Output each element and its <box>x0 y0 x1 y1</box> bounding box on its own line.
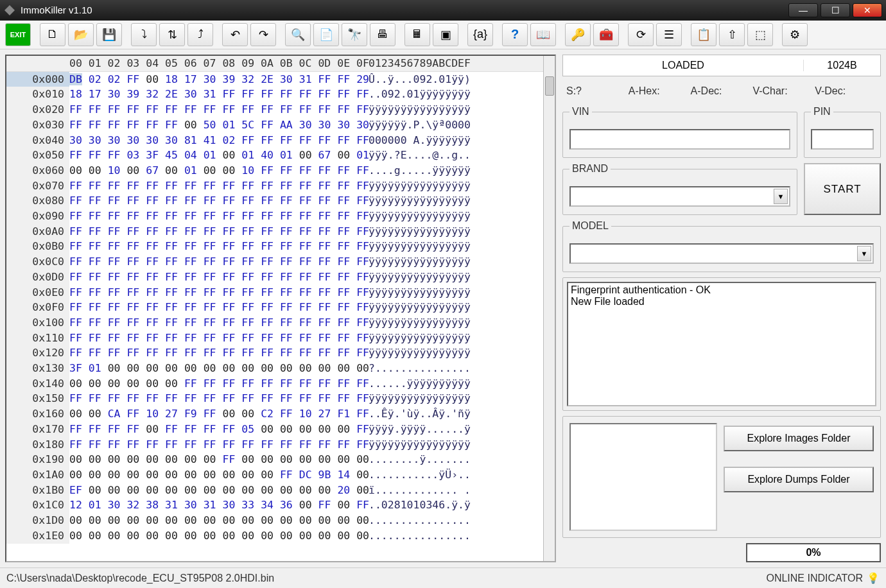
up-icon[interactable]: ⇧ <box>719 23 745 46</box>
close-button[interactable]: ✕ <box>853 3 882 17</box>
hex-bytes[interactable]: FF FF FF FF FF FF FF FF FF FF FF FF FF F… <box>69 239 362 254</box>
chip-icon[interactable]: ▣ <box>433 23 458 46</box>
hex-row[interactable]: 0x1C012 01 30 32 38 31 30 31 30 33 34 36… <box>6 497 555 513</box>
explore-dumps-button[interactable]: Explore Dumps Folder <box>724 467 874 492</box>
hex-row[interactable]: 0x110FF FF FF FF FF FF FF FF FF FF FF FF… <box>6 331 555 346</box>
tools-icon[interactable]: 🧰 <box>593 23 619 46</box>
hex-row[interactable]: 0x1B0EF 00 00 00 00 00 00 00 00 00 00 00… <box>6 483 555 498</box>
open-icon[interactable]: 📂 <box>68 23 94 46</box>
hex-bytes[interactable]: FF FF FF FF FF FF FF FF FF FF FF FF FF F… <box>69 315 362 331</box>
hex-row[interactable]: 0x020FF FF FF FF FF FF FF FF FF FF FF FF… <box>6 102 555 117</box>
chevron-down-icon[interactable]: ▼ <box>774 189 788 204</box>
copy-icon[interactable]: 📋 <box>691 23 717 46</box>
hex-bytes[interactable]: 30 30 30 30 30 30 81 41 02 FF FF FF FF F… <box>69 133 362 148</box>
refresh-icon[interactable]: ⟳ <box>628 23 654 46</box>
hex-row[interactable]: 0x0B0FF FF FF FF FF FF FF FF FF FF FF FF… <box>6 239 555 254</box>
scrollbar-vertical[interactable] <box>543 56 555 561</box>
export-icon[interactable]: ⤴ <box>187 23 213 46</box>
hex-row[interactable]: 0x1A000 00 00 00 00 00 00 00 00 00 00 FF… <box>6 467 555 483</box>
explore-images-button[interactable]: Explore Images Folder <box>724 426 874 451</box>
hex-row[interactable]: 0x19000 00 00 00 00 00 00 00 FF 00 00 00… <box>6 452 555 467</box>
hex-row[interactable]: 0x100FF FF FF FF FF FF FF FF FF FF FF FF… <box>6 315 555 331</box>
hex-row[interactable]: 0x0C0FF FF FF FF FF FF FF FF FF FF FF FF… <box>6 254 555 270</box>
log-output[interactable] <box>567 282 876 406</box>
undo-icon[interactable]: ↶ <box>222 23 248 46</box>
hex-bytes[interactable]: 00 00 00 00 00 00 00 00 00 00 00 00 00 0… <box>69 528 362 544</box>
hex-row[interactable]: 0x0F0FF FF FF FF FF FF FF FF FF FF FF FF… <box>6 300 555 315</box>
brackets-icon[interactable]: {a} <box>467 23 493 46</box>
hex-bytes[interactable]: FF FF FF FF FF FF FF FF FF FF FF FF FF F… <box>69 391 362 406</box>
hex-bytes[interactable]: FF FF FF FF FF FF 00 50 01 5C FF AA 30 3… <box>69 117 362 133</box>
pin-input[interactable] <box>811 129 874 150</box>
hex-bytes[interactable]: FF FF FF FF FF FF FF FF FF FF FF FF FF F… <box>69 285 362 300</box>
help-icon[interactable]: ? <box>502 23 528 46</box>
hex-row[interactable]: 0x000DB 02 02 FF 00 18 17 30 39 32 2E 30… <box>6 72 555 87</box>
import-icon[interactable]: ⤵ <box>131 23 157 46</box>
redo-icon[interactable]: ↷ <box>250 23 276 46</box>
hex-row[interactable]: 0x14000 00 00 00 00 00 FF FF FF FF FF FF… <box>6 376 555 392</box>
scrollbar-thumb[interactable] <box>545 76 554 96</box>
new-icon[interactable]: 🗋 <box>40 23 65 46</box>
hex-bytes[interactable]: FF FF FF FF FF FF FF FF FF FF FF FF FF F… <box>69 193 362 209</box>
module-icon[interactable]: ⚙ <box>782 23 808 46</box>
hex-bytes[interactable]: FF FF FF FF FF FF FF FF FF FF FF FF FF F… <box>69 437 362 453</box>
hex-bytes[interactable]: FF FF FF FF FF FF FF FF FF FF FF FF FF F… <box>69 102 362 117</box>
book-icon[interactable]: 📖 <box>530 23 556 46</box>
hex-bytes[interactable]: 3F 01 00 00 00 00 00 00 00 00 00 00 00 0… <box>69 361 362 376</box>
hex-bytes[interactable]: EF 00 00 00 00 00 00 00 00 00 00 00 00 0… <box>69 483 362 498</box>
hex-bytes[interactable]: 00 00 00 00 00 00 00 00 00 00 00 FF DC 9… <box>69 467 362 483</box>
hex-row[interactable]: 0x06000 00 10 00 67 00 01 00 00 10 FF FF… <box>6 163 555 178</box>
hex-bytes[interactable]: 12 01 30 32 38 31 30 31 30 33 34 36 00 F… <box>69 497 362 513</box>
brand-select[interactable] <box>569 186 790 207</box>
hex-bytes[interactable]: FF FF FF FF 00 FF FF FF FF 05 00 00 00 0… <box>69 422 362 437</box>
hex-bytes[interactable]: 18 17 30 39 32 2E 30 31 FF FF FF FF FF F… <box>69 87 362 102</box>
hex-row[interactable]: 0x030FF FF FF FF FF FF 00 50 01 5C FF AA… <box>6 117 555 133</box>
hex-bytes[interactable]: FF FF FF FF FF FF FF FF FF FF FF FF FF F… <box>69 300 362 315</box>
hex-bytes[interactable]: FF FF FF 03 3F 45 04 01 00 01 40 01 00 6… <box>69 148 362 163</box>
minimize-button[interactable]: — <box>788 3 818 17</box>
hex-row[interactable]: 0x1303F 01 00 00 00 00 00 00 00 00 00 00… <box>6 361 555 376</box>
hex-bytes[interactable]: 00 00 00 00 00 00 00 00 FF 00 00 00 00 0… <box>69 452 362 467</box>
hex-editor[interactable]: 00 01 02 03 04 05 06 07 08 09 0A 0B 0C 0… <box>5 55 556 562</box>
model-select[interactable] <box>569 243 874 264</box>
hex-bytes[interactable]: DB 02 02 FF 00 18 17 30 39 32 2E 30 31 F… <box>69 72 362 87</box>
hex-row[interactable]: 0x050FF FF FF 03 3F 45 04 01 00 01 40 01… <box>6 148 555 163</box>
options-icon[interactable]: ☰ <box>656 23 682 46</box>
hex-row[interactable]: 0x16000 00 CA FF 10 27 F9 FF 00 00 C2 FF… <box>6 406 555 422</box>
hex-bytes[interactable]: FF FF FF FF FF FF FF FF FF FF FF FF FF F… <box>69 178 362 194</box>
hex-row[interactable]: 0x04030 30 30 30 30 30 81 41 02 FF FF FF… <box>6 133 555 148</box>
select-icon[interactable]: ⬚ <box>747 23 773 46</box>
hex-row[interactable]: 0x170FF FF FF FF 00 FF FF FF FF 05 00 00… <box>6 422 555 437</box>
hex-row[interactable]: 0x0E0FF FF FF FF FF FF FF FF FF FF FF FF… <box>6 285 555 300</box>
key-icon[interactable]: 🔑 <box>565 23 591 46</box>
binoculars-icon[interactable]: 🔭 <box>342 23 367 46</box>
hex-row[interactable]: 0x0A0FF FF FF FF FF FF FF FF FF FF FF FF… <box>6 224 555 239</box>
swap-icon[interactable]: ⇅ <box>159 23 185 46</box>
start-button[interactable]: START <box>804 163 881 215</box>
hex-bytes[interactable]: FF FF FF FF FF FF FF FF FF FF FF FF FF F… <box>69 254 362 270</box>
hex-bytes[interactable]: FF FF FF FF FF FF FF FF FF FF FF FF FF F… <box>69 270 362 285</box>
hex-row[interactable]: 0x1D000 00 00 00 00 00 00 00 00 00 00 00… <box>6 513 555 528</box>
hex-row[interactable]: 0x1E000 00 00 00 00 00 00 00 00 00 00 00… <box>6 528 555 544</box>
hex-bytes[interactable]: FF FF FF FF FF FF FF FF FF FF FF FF FF F… <box>69 224 362 239</box>
exit-icon[interactable]: EXIT <box>5 23 31 46</box>
hex-bytes[interactable]: 00 00 10 00 67 00 01 00 00 10 FF FF FF F… <box>69 163 362 178</box>
maximize-button[interactable]: ☐ <box>821 3 850 17</box>
hex-bytes[interactable]: FF FF FF FF FF FF FF FF FF FF FF FF FF F… <box>69 345 362 361</box>
find-page-icon[interactable]: 🔍 <box>285 23 311 46</box>
hex-row[interactable]: 0x120FF FF FF FF FF FF FF FF FF FF FF FF… <box>6 345 555 361</box>
hex-bytes[interactable]: 00 00 00 00 00 00 00 00 00 00 00 00 00 0… <box>69 513 362 528</box>
replace-icon[interactable]: 📄 <box>313 23 339 46</box>
hex-bytes[interactable]: FF FF FF FF FF FF FF FF FF FF FF FF FF F… <box>69 209 362 224</box>
save-icon[interactable]: 💾 <box>96 23 122 46</box>
hex-bytes[interactable]: 00 00 CA FF 10 27 F9 FF 00 00 C2 FF 10 2… <box>69 406 362 422</box>
hex-row[interactable]: 0x150FF FF FF FF FF FF FF FF FF FF FF FF… <box>6 391 555 406</box>
hex-row[interactable]: 0x01018 17 30 39 32 2E 30 31 FF FF FF FF… <box>6 87 555 102</box>
hex-row[interactable]: 0x0D0FF FF FF FF FF FF FF FF FF FF FF FF… <box>6 270 555 285</box>
chevron-down-icon[interactable]: ▼ <box>857 246 871 261</box>
hex-row[interactable]: 0x080FF FF FF FF FF FF FF FF FF FF FF FF… <box>6 193 555 209</box>
hex-bytes[interactable]: 00 00 00 00 00 00 FF FF FF FF FF FF FF F… <box>69 376 362 392</box>
hex-row[interactable]: 0x070FF FF FF FF FF FF FF FF FF FF FF FF… <box>6 178 555 194</box>
vin-input[interactable] <box>569 129 790 150</box>
hex-row[interactable]: 0x090FF FF FF FF FF FF FF FF FF FF FF FF… <box>6 209 555 224</box>
